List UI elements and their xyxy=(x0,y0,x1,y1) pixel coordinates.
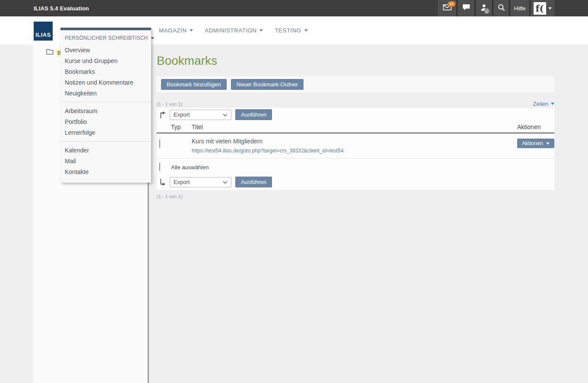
select-chevron-icon xyxy=(223,179,228,185)
bookmark-title-link[interactable]: Kurs mit vielen Mitgliedern xyxy=(192,138,517,145)
bulk-action-row-bottom: Export Ausführen xyxy=(157,175,554,190)
menu-item-kalender[interactable]: Kalender xyxy=(60,145,151,156)
result-count-top: (1 - 1 von 1) xyxy=(157,101,182,107)
menu-item-kontakte[interactable]: Kontakte xyxy=(60,167,151,177)
table-meta-row: (1 - 1 von 1) Zeilen xyxy=(157,101,554,107)
bulk-action-select-bottom[interactable]: Export xyxy=(170,177,231,187)
column-typ[interactable]: Typ xyxy=(171,123,192,130)
new-bookmark-folder-button[interactable]: Neuer Bookmark-Ordner xyxy=(231,79,303,90)
page-title: Bookmarks xyxy=(157,54,554,68)
menu-item-notizen-und-kommentare[interactable]: Notizen und Kommentare xyxy=(60,77,151,88)
table-header-row: Typ Titel Aktionen xyxy=(157,121,554,133)
chevron-down-icon xyxy=(190,29,193,32)
nav-testing[interactable]: TESTING xyxy=(275,27,307,34)
select-all-label: Alle auswählen xyxy=(171,164,209,171)
topbar-actions: 11 1 Hilfe f( xyxy=(438,0,554,16)
mail-count-badge: 11 xyxy=(448,1,455,6)
page-toolbar: Bookmark hinzufügen Neuer Bookmark-Ordne… xyxy=(157,76,554,92)
menu-divider xyxy=(60,141,151,142)
apply-down-arrow-icon xyxy=(159,178,166,186)
user-button[interactable]: 1 xyxy=(476,0,492,16)
chevron-down-icon xyxy=(151,37,154,39)
mail-button[interactable]: 11 xyxy=(438,0,456,16)
client-logo-button[interactable]: f( xyxy=(531,0,554,16)
chevron-down-icon xyxy=(304,29,308,32)
select-all-row: Alle auswählen xyxy=(157,158,554,175)
rows-dropdown[interactable]: Zeilen xyxy=(533,101,554,107)
menu-item-neuigkeiten[interactable]: Neuigkeiten xyxy=(60,88,151,99)
menu-item-arbeitsraum[interactable]: Arbeitsraum xyxy=(60,106,151,117)
top-bar: ILIAS 5.4 Evaluation 11 1 xyxy=(0,0,588,16)
chat-icon xyxy=(462,4,470,13)
chevron-down-icon xyxy=(548,7,552,9)
bulk-action-select-top[interactable]: Export xyxy=(170,110,231,120)
menu-item-portfolio[interactable]: Portfolio xyxy=(60,117,151,127)
result-count-bottom: (1 - 1 von 1) xyxy=(157,194,554,199)
nav-administration[interactable]: ADMINISTRATION xyxy=(205,27,263,34)
app-title: ILIAS 5.4 Evaluation xyxy=(34,5,89,12)
select-all-checkbox[interactable] xyxy=(159,163,160,171)
menu-item-lernerfolge[interactable]: Lernerfolge xyxy=(60,127,151,138)
folder-icon xyxy=(46,49,54,57)
bulk-action-row-top: Export Ausführen xyxy=(157,108,554,121)
personal-desktop-dropdown: PERSÖNLICHER SCHREIBTISCH Overview Kurse… xyxy=(60,28,151,183)
bookmark-url-link[interactable]: https://test54.ilias.de/goto.php?target=… xyxy=(192,148,517,154)
table-row: Kurs mit vielen Mitgliedern https://test… xyxy=(157,133,554,158)
main-content: Bookmarks Bookmark hinzufügen Neuer Book… xyxy=(157,44,554,199)
apply-up-arrow-icon xyxy=(159,111,166,119)
chat-button[interactable] xyxy=(458,0,474,16)
help-label: Hilfe xyxy=(514,5,525,12)
chevron-down-icon xyxy=(259,29,263,32)
ilias-logo[interactable]: ILIAS xyxy=(34,22,53,41)
menu-item-overview[interactable]: Overview xyxy=(60,45,151,56)
menu-item-kurse-und-gruppen[interactable]: Kurse und Gruppen xyxy=(60,56,151,66)
dropdown-panel: PERSÖNLICHER SCHREIBTISCH Overview Kurse… xyxy=(60,30,151,183)
user-count-badge: 1 xyxy=(484,8,490,14)
row-checkbox[interactable] xyxy=(159,139,160,148)
execute-button-bottom[interactable]: Ausführen xyxy=(235,177,272,187)
main-nav: MAGAZIN ADMINISTRATION TESTING xyxy=(159,16,308,44)
column-aktionen: Aktionen xyxy=(517,123,547,130)
chevron-down-icon xyxy=(551,103,554,105)
client-logo: f( xyxy=(534,2,546,15)
nav-magazin[interactable]: MAGAZIN xyxy=(159,27,193,34)
help-button[interactable]: Hilfe xyxy=(510,0,529,16)
menu-item-mail[interactable]: Mail xyxy=(60,156,151,167)
nav-personal-desktop[interactable]: PERSÖNLICHER SCHREIBTISCH xyxy=(60,30,151,45)
chevron-down-icon xyxy=(546,142,550,145)
execute-button-top[interactable]: Ausführen xyxy=(235,109,272,120)
row-actions-button[interactable]: Aktionen xyxy=(517,139,554,148)
select-chevron-icon xyxy=(223,111,228,118)
bookmarks-table: Export Ausführen Typ Titel Aktionen Kurs… xyxy=(157,108,554,190)
column-titel[interactable]: Titel xyxy=(192,123,517,130)
ilias-screen: ILIAS 5.4 Evaluation 11 1 xyxy=(0,0,588,383)
add-bookmark-button[interactable]: Bookmark hinzufügen xyxy=(161,79,227,90)
search-button[interactable] xyxy=(493,0,509,16)
search-icon xyxy=(498,4,505,13)
menu-item-bookmarks[interactable]: Bookmarks xyxy=(60,66,151,77)
menu-divider xyxy=(60,102,151,102)
